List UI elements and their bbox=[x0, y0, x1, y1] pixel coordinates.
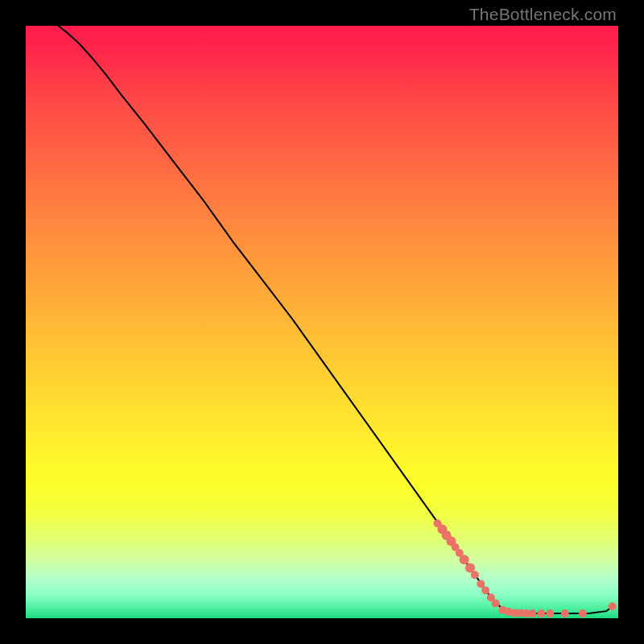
plot-area bbox=[26, 26, 618, 618]
attribution-label: TheBottleneck.com bbox=[469, 5, 617, 24]
chart-svg bbox=[26, 26, 618, 618]
data-marker bbox=[528, 609, 536, 617]
data-marker bbox=[460, 555, 469, 564]
data-marker bbox=[477, 580, 485, 588]
bottleneck-curve bbox=[58, 26, 612, 613]
data-marker bbox=[609, 602, 617, 610]
chart-frame: TheBottleneck.com bbox=[0, 0, 644, 644]
data-marker bbox=[471, 571, 479, 579]
data-marker bbox=[537, 609, 545, 617]
data-marker bbox=[492, 600, 500, 608]
data-marker bbox=[579, 609, 587, 617]
data-marker bbox=[481, 586, 489, 594]
data-marker bbox=[561, 609, 569, 617]
marker-group bbox=[434, 519, 617, 617]
data-marker bbox=[546, 609, 554, 617]
